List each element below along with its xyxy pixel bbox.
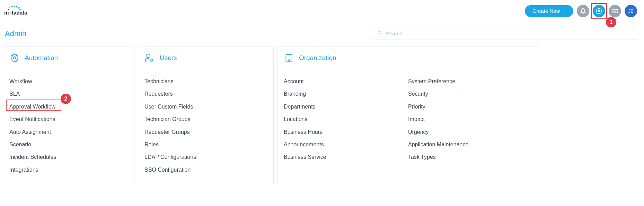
keyboard-shortcuts-button[interactable] [609,5,621,17]
link-application-maintenance[interactable]: Application Maintenance [408,138,532,151]
link-security[interactable]: Security [408,88,532,100]
svg-point-3 [14,6,15,7]
svg-point-8 [10,12,11,13]
organization-title: Organization [299,54,336,62]
link-scenario[interactable]: Scenario [9,138,128,151]
plus-icon: + [562,8,566,14]
link-ldap-configurations[interactable]: LDAP Configurations [144,151,267,163]
svg-point-1 [9,7,10,8]
annotation-callout-2: 2 [61,94,71,104]
organization-col-1: Account Branding Departments Locations B… [284,75,408,164]
link-auto-assignment[interactable]: Auto Assignment [9,126,128,138]
organization-icon [284,53,294,63]
link-user-custom-fields[interactable]: User Custom Fields [144,101,267,113]
link-event-notifications[interactable]: Event Notifications [9,113,128,126]
link-impact[interactable]: Impact [408,113,532,126]
link-technician-groups[interactable]: Technician Groups [144,113,267,126]
admin-cards: Automation Workflow SLA Approval Workflo… [0,45,644,191]
organization-header: Organization [284,53,478,69]
svg-point-4 [16,6,18,8]
link-sso-configuration[interactable]: SSO Configuration [144,164,267,176]
svg-rect-11 [612,9,618,13]
create-new-label: Create New [532,8,560,14]
users-title: Users [160,54,177,62]
bell-icon [580,8,586,14]
link-priority[interactable]: Priority [408,101,532,113]
link-incident-schedules[interactable]: Incident Schedules [9,151,128,163]
link-roles[interactable]: Roles [144,138,267,151]
link-departments[interactable]: Departments [284,101,408,113]
svg-point-2 [11,6,12,7]
automation-title: Automation [25,54,58,62]
svg-point-17 [378,31,381,34]
search-icon [377,31,382,37]
link-technicians[interactable]: Technicians [144,75,267,88]
svg-point-10 [598,10,600,12]
svg-point-21 [151,59,153,61]
link-requesters[interactable]: Requesters [144,88,267,100]
automation-card: Automation Workflow SLA Approval Workflo… [3,46,134,184]
subheader: Admin [0,22,644,45]
users-card: Users Technicians Requesters User Custom… [138,46,274,184]
search-container [374,27,637,40]
gear-icon [596,8,602,14]
top-actions: Create New + [525,5,637,17]
logo[interactable]: m tadata [4,4,46,18]
link-urgency[interactable]: Urgency [408,126,532,138]
organization-col-2: System Preference Security Priority Impa… [408,75,532,164]
page-title: Admin [5,29,26,38]
svg-text:tadata: tadata [12,9,27,15]
users-icon [144,53,155,63]
link-announcements[interactable]: Announcements [284,138,408,151]
avatar-initials: J0 [628,8,634,14]
link-business-service[interactable]: Business Service [284,151,408,163]
users-header: Users [144,53,266,69]
link-account[interactable]: Account [284,75,408,88]
search-input[interactable] [374,27,637,40]
svg-rect-32 [288,60,290,61]
top-bar: m tadata Create New + [0,0,644,22]
svg-point-5 [18,7,20,9]
keyboard-icon [611,8,618,15]
create-new-button[interactable]: Create New + [525,5,573,17]
svg-rect-22 [286,54,292,61]
svg-text:m: m [4,9,9,15]
callout-2-label: 2 [64,96,68,102]
organization-columns: Account Branding Departments Locations B… [284,75,532,164]
settings-button[interactable] [593,5,605,17]
automation-icon [9,53,20,63]
callout-1-label: 1 [610,19,613,25]
svg-point-20 [147,54,150,58]
automation-header: Automation [9,53,131,69]
link-task-types[interactable]: Task Types [408,151,532,163]
link-system-preference[interactable]: System Preference [408,75,532,88]
organization-card: Organization Account Branding Department… [277,46,539,184]
svg-point-19 [14,57,16,59]
motadata-logo-icon: m tadata [4,4,46,18]
link-integrations[interactable]: Integrations [9,164,128,176]
annotation-callout-1: 1 [606,17,616,27]
notifications-button[interactable] [577,5,589,17]
link-requester-groups[interactable]: Requester Groups [144,126,267,138]
link-branding[interactable]: Branding [284,88,408,100]
link-business-hours[interactable]: Business Hours [284,126,408,138]
svg-line-18 [381,34,382,35]
user-avatar[interactable]: J0 [625,5,637,17]
link-approval-workflow[interactable]: Approval Workflow [9,101,55,113]
link-locations[interactable]: Locations [284,113,408,126]
link-workflow[interactable]: Workflow [9,75,128,88]
